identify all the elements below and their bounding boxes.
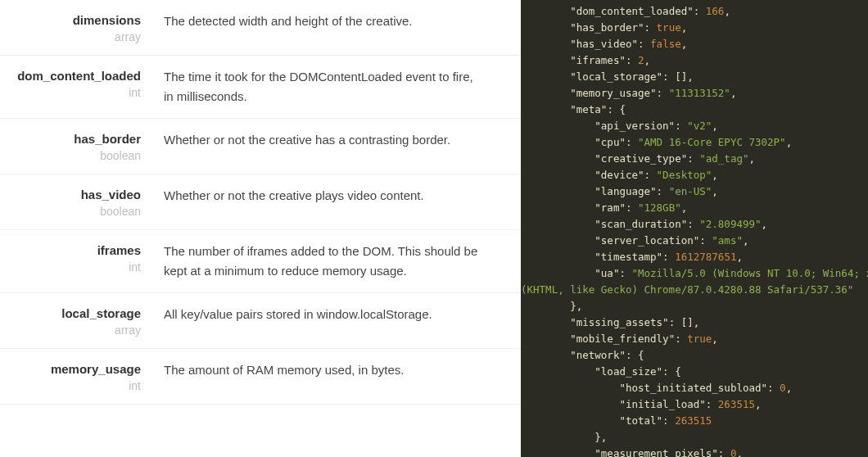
field-desc: The time it took for the DOMContentLoade… bbox=[164, 67, 521, 106]
field-type: boolean bbox=[0, 149, 141, 162]
field-type: array bbox=[0, 324, 141, 337]
field-name: iframes bbox=[0, 243, 141, 257]
field-row: iframes int The number of iframes added … bbox=[0, 230, 521, 293]
field-name: dimensions bbox=[0, 13, 141, 27]
field-type: int bbox=[0, 86, 141, 99]
field-name: memory_usage bbox=[0, 362, 141, 376]
field-type: array bbox=[0, 30, 141, 43]
field-name: dom_content_loaded bbox=[0, 69, 141, 83]
api-field-list: dimensions array The detected width and … bbox=[0, 0, 521, 457]
field-desc: The number of iframes added to the DOM. … bbox=[164, 242, 521, 281]
field-name: has_border bbox=[0, 132, 141, 146]
field-name: has_video bbox=[0, 188, 141, 201]
field-type: int bbox=[0, 260, 141, 274]
field-row: has_border boolean Whether or not the cr… bbox=[0, 119, 521, 174]
field-row: dimensions array The detected width and … bbox=[0, 0, 521, 56]
field-type: int bbox=[0, 379, 141, 392]
field-row: local_storage array All key/value pairs … bbox=[0, 293, 521, 349]
field-name: local_storage bbox=[0, 306, 141, 320]
field-row: has_video boolean Whether or not the cre… bbox=[0, 174, 521, 230]
field-type: boolean bbox=[0, 205, 141, 218]
field-desc: All key/value pairs stored in window.loc… bbox=[164, 305, 521, 324]
field-desc: The amount of RAM memory used, in bytes. bbox=[164, 360, 521, 380]
json-code-panel[interactable]: "dom_content_loaded": 166, "has_border":… bbox=[521, 0, 868, 457]
field-desc: Whether or not the creative plays video … bbox=[164, 186, 521, 206]
field-desc: Whether or not the creative has a contra… bbox=[164, 130, 521, 150]
field-row: dom_content_loaded int The time it took … bbox=[0, 56, 521, 119]
field-row: memory_usage int The amount of RAM memor… bbox=[0, 349, 521, 405]
field-desc: The detected width and height of the cre… bbox=[164, 11, 521, 31]
